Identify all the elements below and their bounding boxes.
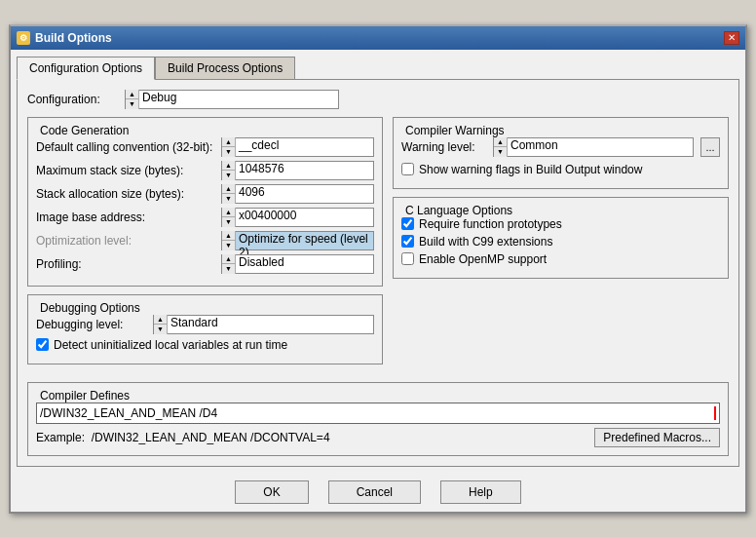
window-title: Build Options <box>35 31 112 45</box>
optimization-label: Optimization level: <box>36 234 221 248</box>
max-stack-input-wrap[interactable]: ▲ ▼ 1048576 <box>221 161 374 180</box>
image-base-spinner[interactable]: ▲ ▼ <box>222 208 236 227</box>
debugging-legend: Debugging Options <box>36 301 144 315</box>
calling-convention-input-wrap[interactable]: ▲ ▼ __cdecl <box>221 137 374 157</box>
debugging-level-input-wrap[interactable]: ▲ ▼ Standard <box>153 315 374 334</box>
field-row-image-base: Image base address: ▲ ▼ x00400000 <box>36 208 374 227</box>
configuration-row: Configuration: ▲ ▼ Debug <box>27 90 729 109</box>
configuration-label: Configuration: <box>27 93 125 106</box>
profiling-spinner[interactable]: ▲ ▼ <box>222 254 236 274</box>
stack-alloc-spinner[interactable]: ▲ ▼ <box>222 184 236 204</box>
stack-alloc-value: 4096 <box>236 185 373 203</box>
bottom-buttons: OK Cancel Help <box>11 473 745 512</box>
calling-convention-value: __cdecl <box>236 138 373 156</box>
debugging-level-spinner[interactable]: ▲ ▼ <box>154 315 168 334</box>
compiler-defines-legend: Compiler Defines <box>36 389 133 403</box>
c99-extensions-checkbox[interactable] <box>401 235 414 248</box>
warning-level-label: Warning level: <box>401 140 489 154</box>
example-row: Example: /DWIN32_LEAN_AND_MEAN /DCONTVAL… <box>36 428 720 447</box>
warning-level-input-wrap[interactable]: ▲ ▼ Common <box>493 137 694 157</box>
profiling-input-wrap[interactable]: ▲ ▼ Disabled <box>221 254 374 274</box>
profiling-label: Profiling: <box>36 257 221 271</box>
build-options-window: ⚙ Build Options ✕ Configuration Options … <box>9 24 747 514</box>
debugging-fieldset: Debugging Options Debugging level: ▲ ▼ S… <box>27 294 383 364</box>
image-base-input-wrap[interactable]: ▲ ▼ x00400000 <box>221 208 374 227</box>
require-prototypes-row: Require function prototypes <box>401 217 720 231</box>
example-text: Example: /DWIN32_LEAN_AND_MEAN /DCONTVAL… <box>36 431 330 444</box>
window-icon: ⚙ <box>17 31 30 45</box>
show-warning-flags-checkbox[interactable] <box>401 163 414 175</box>
calling-convention-label: Default calling convention (32-bit): <box>36 140 221 154</box>
title-bar-left: ⚙ Build Options <box>17 31 112 45</box>
max-stack-value: 1048576 <box>236 162 373 179</box>
left-column: Code Generation Default calling conventi… <box>27 117 383 372</box>
compiler-defines-value: /DWIN32_LEAN_AND_MEAN /D4 <box>40 406 714 420</box>
calling-convention-spinner[interactable]: ▲ ▼ <box>222 137 236 157</box>
debugging-level-label: Debugging level: <box>36 318 153 331</box>
compiler-warnings-fieldset: Compiler Warnings Warning level: ▲ ▼ Com… <box>393 117 729 189</box>
openmp-row: Enable OpenMP support <box>401 252 720 266</box>
right-column: Compiler Warnings Warning level: ▲ ▼ Com… <box>393 117 729 372</box>
image-base-label: Image base address: <box>36 211 221 224</box>
tab-content-area: Configuration: ▲ ▼ Debug Code Gener <box>17 79 739 467</box>
spin-up[interactable]: ▲ <box>126 90 138 100</box>
field-row-calling-convention: Default calling convention (32-bit): ▲ ▼… <box>36 137 374 157</box>
stack-alloc-input-wrap[interactable]: ▲ ▼ 4096 <box>221 184 374 204</box>
example-value: /DWIN32_LEAN_AND_MEAN /DCONTVAL=4 <box>92 431 330 444</box>
stack-alloc-label: Stack allocation size (bytes): <box>36 187 221 201</box>
warning-level-spinner[interactable]: ▲ ▼ <box>494 137 508 157</box>
debugging-level-row: Debugging level: ▲ ▼ Standard <box>36 315 374 334</box>
c99-extensions-row: Build with C99 extensions <box>401 235 720 249</box>
detect-uninit-checkbox[interactable] <box>36 338 49 351</box>
debugging-level-value: Standard <box>168 316 373 333</box>
configuration-spinner[interactable]: ▲ ▼ <box>126 90 139 109</box>
image-base-value: x00400000 <box>236 209 373 226</box>
cancel-button[interactable]: Cancel <box>328 480 421 504</box>
main-layout: Code Generation Default calling conventi… <box>27 117 729 372</box>
field-row-stack-alloc: Stack allocation size (bytes): ▲ ▼ 4096 <box>36 184 374 204</box>
show-warning-flags-label: Show warning flags in Build Output windo… <box>419 163 642 176</box>
c-language-fieldset: C Language Options Require function prot… <box>393 197 729 279</box>
field-row-max-stack: Maximum stack size (bytes): ▲ ▼ 1048576 <box>36 161 374 180</box>
tab-bar: Configuration Options Build Process Opti… <box>17 56 739 79</box>
close-button[interactable]: ✕ <box>724 31 739 45</box>
max-stack-spinner[interactable]: ▲ ▼ <box>222 161 236 180</box>
tab-build-process-options[interactable]: Build Process Options <box>155 57 295 80</box>
predefined-macros-button[interactable]: Predefined Macros... <box>594 428 720 447</box>
profiling-value: Disabled <box>236 255 373 273</box>
openmp-label: Enable OpenMP support <box>419 252 547 266</box>
warning-more-button[interactable]: ... <box>700 137 720 157</box>
warning-level-value: Common <box>508 138 693 156</box>
title-bar: ⚙ Build Options ✕ <box>11 26 745 50</box>
field-row-profiling: Profiling: ▲ ▼ Disabled <box>36 254 374 274</box>
openmp-checkbox[interactable] <box>401 252 414 265</box>
help-button[interactable]: Help <box>440 480 521 504</box>
field-row-optimization: Optimization level: ▲ ▼ Optimize for spe… <box>36 231 374 250</box>
optimization-spinner[interactable]: ▲ ▼ <box>222 231 236 250</box>
code-generation-fieldset: Code Generation Default calling conventi… <box>27 117 383 287</box>
detect-uninit-row: Detect uninitialized local variables at … <box>36 338 374 352</box>
spin-down[interactable]: ▼ <box>126 99 138 109</box>
tab-configuration-options[interactable]: Configuration Options <box>17 57 155 80</box>
detect-uninit-label: Detect uninitialized local variables at … <box>54 338 287 352</box>
compiler-defines-input-wrap[interactable]: /DWIN32_LEAN_AND_MEAN /D4 <box>36 403 720 424</box>
window-content: Configuration Options Build Process Opti… <box>11 50 745 473</box>
require-prototypes-checkbox[interactable] <box>401 217 414 230</box>
show-warning-flags-row: Show warning flags in Build Output windo… <box>401 163 720 176</box>
configuration-value: Debug <box>139 91 338 108</box>
ok-button[interactable]: OK <box>235 480 308 504</box>
compiler-warnings-legend: Compiler Warnings <box>401 124 509 137</box>
c-language-legend: C Language Options <box>401 204 516 217</box>
max-stack-label: Maximum stack size (bytes): <box>36 164 221 177</box>
compiler-defines-fieldset: Compiler Defines /DWIN32_LEAN_AND_MEAN /… <box>27 382 729 456</box>
optimization-input-wrap[interactable]: ▲ ▼ Optimize for speed (level 2) <box>221 231 374 250</box>
c99-extensions-label: Build with C99 extensions <box>419 235 552 249</box>
warning-level-row: Warning level: ▲ ▼ Common ... <box>401 137 720 157</box>
require-prototypes-label: Require function prototypes <box>419 217 562 231</box>
code-generation-legend: Code Generation <box>36 124 132 137</box>
optimization-value: Optimize for speed (level 2) <box>236 232 373 249</box>
text-cursor <box>714 406 716 420</box>
configuration-input-wrap: ▲ ▼ Debug <box>125 90 339 109</box>
